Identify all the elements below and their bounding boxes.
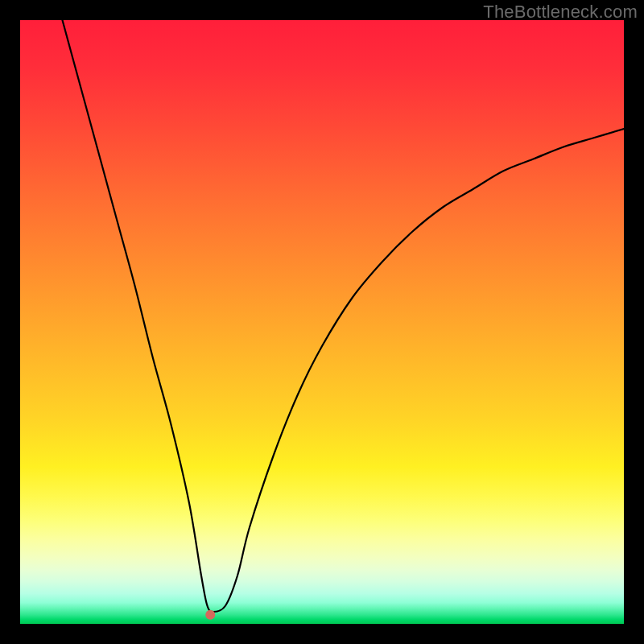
watermark-text: TheBottleneck.com [483, 2, 638, 23]
plot-area [20, 20, 624, 624]
bottleneck-curve [63, 20, 625, 612]
optimal-point-marker [205, 610, 215, 620]
curve-layer [20, 20, 624, 624]
chart-frame: TheBottleneck.com [0, 0, 644, 644]
